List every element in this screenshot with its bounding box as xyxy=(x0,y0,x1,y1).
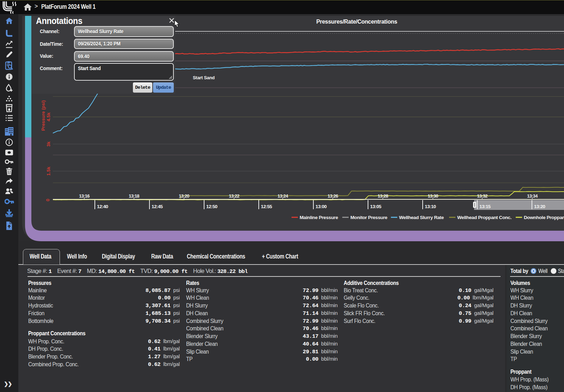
svg-text:13:32: 13:32 xyxy=(477,193,488,199)
svg-text:12:45: 12:45 xyxy=(152,204,163,209)
svg-text:13:15: 13:15 xyxy=(479,204,491,209)
svg-text:13:28: 13:28 xyxy=(378,193,388,199)
svg-text:12:50: 12:50 xyxy=(206,204,217,209)
svg-text:Pressure (psi): Pressure (psi) xyxy=(41,100,46,131)
svg-text:Pressures/Rate/Concentrations: Pressures/Rate/Concentrations xyxy=(316,19,397,25)
svg-text:Mainline Pressure: Mainline Pressure xyxy=(300,215,338,220)
svg-text:13:24: 13:24 xyxy=(277,193,288,199)
svg-text:13:16: 13:16 xyxy=(79,193,90,199)
svg-text:13:00: 13:00 xyxy=(315,204,327,209)
svg-text:13:10: 13:10 xyxy=(425,204,436,209)
svg-text:13:18: 13:18 xyxy=(129,193,139,199)
svg-text:Monitor Pressure: Monitor Pressure xyxy=(350,215,388,220)
svg-text:0: 0 xyxy=(45,199,50,201)
svg-text:Start Sand: Start Sand xyxy=(193,75,215,80)
svg-text:1.5k: 1.5k xyxy=(46,167,51,176)
svg-text:13:05: 13:05 xyxy=(370,204,382,209)
svg-text:13:20: 13:20 xyxy=(534,204,545,209)
svg-text:Downhole Proppant: Downhole Proppant xyxy=(524,215,564,220)
svg-text:13:26: 13:26 xyxy=(327,193,338,199)
svg-text:13:30: 13:30 xyxy=(428,193,438,199)
svg-text:13:20: 13:20 xyxy=(179,193,189,199)
svg-text:Wellhead Slurry Rate: Wellhead Slurry Rate xyxy=(399,215,444,220)
svg-text:4.5k: 4.5k xyxy=(46,112,51,122)
svg-text:3k: 3k xyxy=(46,141,51,147)
svg-text:Wellhead Proppant Conc.: Wellhead Proppant Conc. xyxy=(457,215,511,220)
svg-text:13:22: 13:22 xyxy=(229,193,239,199)
svg-text:13:34: 13:34 xyxy=(527,193,538,199)
svg-text:12:40: 12:40 xyxy=(97,204,108,209)
svg-text:12:55: 12:55 xyxy=(261,204,272,209)
